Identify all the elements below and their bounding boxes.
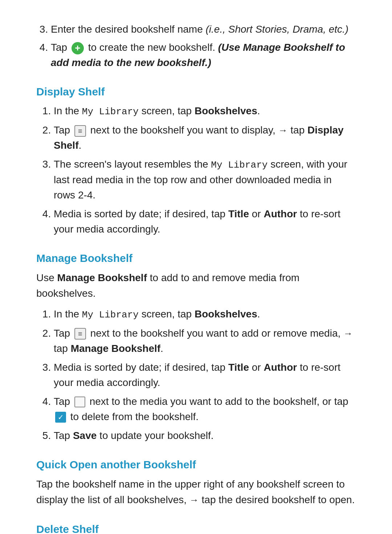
- display-shelf-item-3: The screen's layout resembles the My Lib…: [54, 157, 356, 203]
- display-shelf-list: In the My Library screen, tap Bookshelve…: [54, 103, 356, 237]
- checkbox-empty-icon: [74, 397, 85, 407]
- intro-item-4: Tap to create the new bookshelf. (Use Ma…: [51, 40, 356, 70]
- intro-item-3-italic: (i.e., Short Stories, Drama, etc.): [205, 24, 348, 35]
- bookshelves-bold-2: Bookshelves: [195, 308, 257, 320]
- manage-bookshelf-intro: Use Manage Bookshelf to add to and remov…: [36, 270, 356, 301]
- arrow-2: →: [343, 328, 353, 339]
- display-shelf-heading: Display Shelf: [36, 83, 356, 100]
- arrow-3: →: [189, 494, 199, 505]
- manage-bookshelf-list: In the My Library screen, tap Bookshelve…: [54, 307, 356, 443]
- title-bold-1: Title: [228, 208, 249, 219]
- display-shelf-section: Display Shelf In the My Library screen, …: [36, 83, 356, 237]
- manage-bookshelf-bold-2: Manage Bookshelf: [71, 343, 160, 354]
- title-bold-2: Title: [228, 362, 249, 373]
- display-shelf-item-2: Tap next to the bookshelf you want to di…: [54, 123, 356, 153]
- author-bold-1: Author: [264, 208, 297, 219]
- manage-bookshelf-item-2: Tap next to the bookshelf you want to ad…: [54, 326, 356, 356]
- arrow-1: →: [278, 125, 288, 136]
- intro-item-4-text-after: to create the new bookshelf.: [85, 42, 218, 53]
- intro-item-4-text-before: Tap: [51, 42, 70, 53]
- checkbox-checked-icon: [55, 412, 66, 423]
- delete-shelf-section: Delete Shelf In the My Library screen, t…: [36, 521, 356, 534]
- display-shelf-bold: Display Shelf: [54, 124, 344, 151]
- my-library-mono-3: My Library: [82, 309, 139, 320]
- manage-bookshelf-item-1: In the My Library screen, tap Bookshelve…: [54, 307, 356, 322]
- manage-bookshelf-bold-intro: Manage Bookshelf: [57, 272, 147, 283]
- bookshelves-bold-1: Bookshelves: [195, 105, 257, 116]
- my-library-mono-2: My Library: [211, 160, 268, 171]
- manage-bookshelf-item-5: Tap Save to update your bookshelf.: [54, 428, 356, 443]
- intro-item-3-text: Enter the desired bookshelf name: [51, 24, 205, 35]
- quick-open-body: Tap the bookshelf name in the upper righ…: [36, 476, 356, 508]
- display-shelf-item-4: Media is sorted by date; if desired, tap…: [54, 206, 356, 237]
- display-shelf-item-1: In the My Library screen, tap Bookshelve…: [54, 103, 356, 119]
- my-library-mono-1: My Library: [82, 106, 139, 117]
- menu-icon-1: [74, 125, 86, 137]
- author-bold-2: Author: [264, 362, 297, 373]
- delete-shelf-heading: Delete Shelf: [36, 521, 356, 534]
- menu-icon-2: [74, 328, 86, 340]
- quick-open-section: Quick Open another Bookshelf Tap the boo…: [36, 456, 356, 508]
- circle-plus-icon: [72, 42, 84, 54]
- quick-open-heading: Quick Open another Bookshelf: [36, 456, 356, 473]
- page: Enter the desired bookshelf name (i.e., …: [0, 0, 392, 534]
- intro-item-3: Enter the desired bookshelf name (i.e., …: [51, 22, 356, 37]
- save-bold: Save: [73, 430, 97, 441]
- manage-bookshelf-heading: Manage Bookshelf: [36, 250, 356, 266]
- manage-bookshelf-item-4: Tap next to the media you want to add to…: [54, 394, 356, 424]
- intro-list: Enter the desired bookshelf name (i.e., …: [51, 22, 356, 70]
- manage-bookshelf-item-3: Media is sorted by date; if desired, tap…: [54, 360, 356, 390]
- manage-bookshelf-section: Manage Bookshelf Use Manage Bookshelf to…: [36, 250, 356, 443]
